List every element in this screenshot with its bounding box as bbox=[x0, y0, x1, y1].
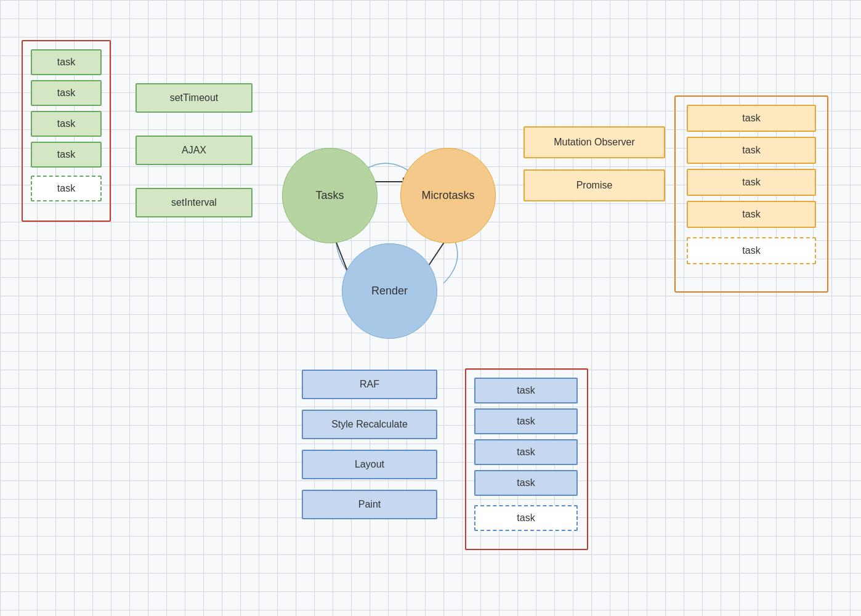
bottom-task-1: task bbox=[474, 378, 578, 403]
right-task-2: task bbox=[687, 137, 816, 164]
microtasks-circle: Microtasks bbox=[400, 148, 496, 243]
right-task-1: task bbox=[687, 105, 816, 132]
mutation-observer-box: Mutation Observer bbox=[523, 126, 665, 158]
style-recalculate-box: Style Recalculate bbox=[302, 410, 437, 439]
layout-box: Layout bbox=[302, 450, 437, 479]
promise-box: Promise bbox=[523, 169, 665, 201]
ajax-box: AJAX bbox=[135, 136, 253, 165]
settimeout-box: setTimeout bbox=[135, 83, 253, 113]
raf-box: RAF bbox=[302, 370, 437, 399]
left-task-4: task bbox=[31, 142, 102, 168]
bottom-task-4: task bbox=[474, 470, 578, 496]
left-task-1: task bbox=[31, 49, 102, 75]
setinterval-box: setInterval bbox=[135, 188, 253, 217]
bottom-task-2: task bbox=[474, 408, 578, 434]
right-task-3: task bbox=[687, 169, 816, 196]
bottom-task-3: task bbox=[474, 439, 578, 465]
right-task-dashed: task bbox=[687, 237, 816, 264]
bottom-task-dashed: task bbox=[474, 505, 578, 531]
left-task-dashed: task bbox=[31, 176, 102, 201]
paint-box: Paint bbox=[302, 490, 437, 519]
left-task-3: task bbox=[31, 111, 102, 137]
render-circle: Render bbox=[342, 243, 437, 339]
right-task-4: task bbox=[687, 201, 816, 228]
left-task-2: task bbox=[31, 80, 102, 106]
tasks-circle: Tasks bbox=[282, 148, 378, 243]
